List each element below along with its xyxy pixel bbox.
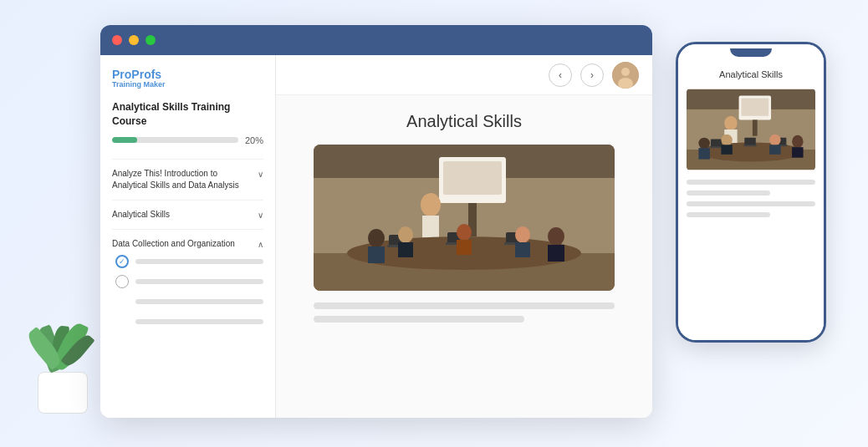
- check-circle-empty: [115, 275, 129, 288]
- nav-back-button[interactable]: ‹: [549, 63, 572, 87]
- svg-rect-34: [741, 98, 768, 115]
- plant-decoration: [25, 297, 100, 414]
- sidebar-items-list: [112, 255, 263, 328]
- phone-mockup: Analytical Skills: [676, 42, 826, 343]
- browser-window: ProProfs Training Maker Analytical Skill…: [100, 25, 652, 418]
- phone-line: [687, 201, 815, 206]
- sidebar: ProProfs Training Maker Analytical Skill…: [100, 55, 276, 418]
- list-item: [115, 315, 263, 328]
- progress-bar: [112, 137, 238, 143]
- content-lines: [314, 302, 615, 329]
- scene: ProProfs Training Maker Analytical Skill…: [0, 0, 868, 447]
- svg-rect-22: [398, 242, 413, 257]
- content-line: [314, 302, 615, 309]
- phone-content: Analytical Skills: [678, 61, 824, 340]
- lesson-image: [314, 145, 615, 291]
- svg-point-27: [548, 227, 564, 246]
- svg-rect-26: [515, 242, 530, 257]
- svg-rect-46: [698, 148, 709, 159]
- chevron-icon-1: ∨: [258, 170, 263, 179]
- nav-forward-button[interactable]: ›: [580, 63, 604, 87]
- logo-profs: Profs: [131, 68, 161, 81]
- item-line: [135, 259, 263, 264]
- sidebar-section-2-title: Analytical Skills: [112, 209, 258, 221]
- svg-rect-40: [710, 146, 722, 148]
- svg-rect-8: [443, 161, 502, 195]
- browser-titlebar: [100, 25, 652, 55]
- sidebar-divider: [112, 159, 263, 160]
- lesson-title: Analytical Skills: [406, 112, 522, 131]
- course-title: Analytical Skills Training Course: [112, 100, 263, 129]
- browser-dot-red[interactable]: [112, 35, 122, 45]
- sidebar-section-3-title: Data Collection and Organization: [112, 238, 258, 250]
- chevron-icon-3: ∧: [258, 240, 263, 249]
- svg-point-19: [368, 229, 385, 247]
- svg-point-36: [724, 116, 737, 130]
- svg-rect-48: [721, 145, 732, 155]
- logo-pro: Pro: [112, 68, 131, 81]
- sidebar-section-2: Analytical Skills ∨: [112, 209, 263, 221]
- sidebar-section-1: Analyze This! Introduction to Analytical…: [112, 168, 263, 191]
- phone-notch: [730, 48, 772, 57]
- svg-rect-39: [711, 140, 722, 148]
- phone-line: [687, 212, 770, 217]
- chevron-icon-2: ∨: [258, 211, 263, 220]
- plant-pot: [38, 372, 88, 414]
- svg-rect-52: [792, 147, 803, 158]
- svg-rect-28: [548, 245, 564, 262]
- plant-leaves: [29, 297, 96, 372]
- check-circle-completed: [115, 255, 129, 268]
- svg-point-10: [421, 193, 441, 216]
- user-avatar[interactable]: [612, 62, 639, 89]
- main-topbar: ‹ ›: [276, 55, 652, 95]
- phone-lesson-title: Analytical Skills: [719, 69, 783, 79]
- item-line: [135, 319, 263, 324]
- item-line: [135, 299, 263, 304]
- list-item: [115, 275, 263, 288]
- main-content: ‹ › Analytical Skills: [276, 55, 652, 418]
- svg-rect-20: [368, 246, 385, 263]
- sidebar-section-3-header[interactable]: Data Collection and Organization ∧: [112, 238, 263, 250]
- svg-point-25: [515, 226, 530, 243]
- sidebar-divider-3: [112, 229, 263, 230]
- logo-sub: Training Maker: [112, 80, 263, 89]
- sidebar-section-1-title: Analyze This! Introduction to Analytical…: [112, 168, 258, 191]
- list-item: [115, 295, 263, 308]
- item-line: [135, 279, 263, 284]
- lesson-area: Analytical Skills: [276, 95, 652, 418]
- logo-area: ProProfs Training Maker: [112, 69, 263, 89]
- phone-content-lines: [687, 180, 815, 223]
- progress-percent: 20%: [245, 135, 263, 145]
- content-line: [314, 316, 524, 323]
- svg-point-1: [621, 68, 630, 76]
- svg-point-47: [721, 135, 732, 145]
- sidebar-section-1-header[interactable]: Analyze This! Introduction to Analytical…: [112, 168, 263, 191]
- svg-rect-41: [744, 138, 755, 146]
- browser-dot-yellow[interactable]: [129, 35, 139, 45]
- svg-rect-42: [743, 145, 756, 146]
- svg-rect-24: [457, 240, 472, 255]
- list-item: [115, 255, 263, 268]
- phone-lesson-image: [687, 88, 815, 171]
- sidebar-divider-2: [112, 200, 263, 201]
- svg-rect-35: [753, 119, 758, 135]
- browser-dot-green[interactable]: [146, 35, 156, 45]
- svg-point-45: [698, 138, 709, 149]
- svg-point-21: [398, 226, 413, 243]
- progress-row: 20%: [112, 135, 263, 145]
- svg-point-23: [457, 224, 472, 241]
- phone-line: [687, 180, 815, 185]
- browser-body: ProProfs Training Maker Analytical Skill…: [100, 55, 652, 418]
- logo-text: ProProfs: [112, 69, 263, 80]
- svg-point-51: [792, 135, 803, 148]
- phone-line: [687, 190, 770, 196]
- svg-point-49: [769, 135, 780, 145]
- sidebar-section-3: Data Collection and Organization ∧: [112, 238, 263, 328]
- phone-notch-area: [678, 44, 824, 61]
- sidebar-section-2-header[interactable]: Analytical Skills ∨: [112, 209, 263, 221]
- progress-fill: [112, 137, 137, 143]
- svg-rect-50: [769, 145, 780, 155]
